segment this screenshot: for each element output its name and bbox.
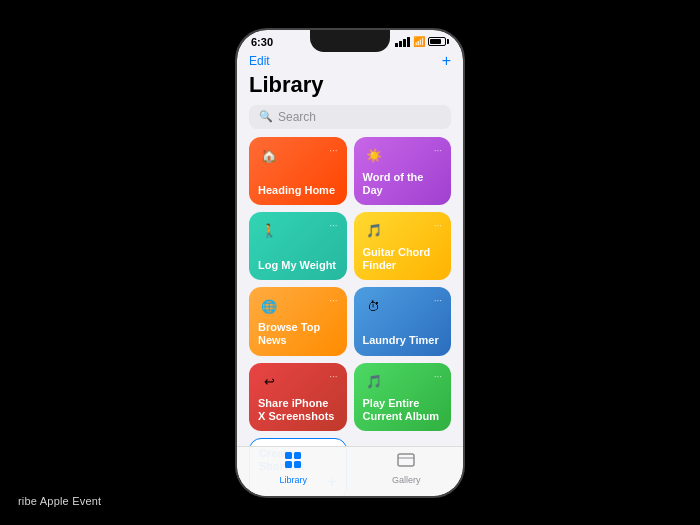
tab-bar: Library Gallery	[237, 446, 463, 496]
library-tab-label: Library	[279, 475, 307, 485]
search-placeholder: Search	[278, 110, 316, 124]
tile-label-share-screenshots: Share iPhone X Screenshots	[258, 397, 338, 423]
tile-icon-play-album: 🎵	[363, 371, 385, 393]
search-bar[interactable]: 🔍 Search	[249, 105, 451, 129]
watermark: ribe Apple Event	[18, 495, 101, 507]
tile-guitar-chord[interactable]: 🎵 ··· Guitar Chord Finder	[354, 212, 452, 280]
tile-label-laundry-timer: Laundry Timer	[363, 334, 443, 347]
svg-rect-0	[285, 452, 292, 459]
status-time: 6:30	[251, 36, 273, 48]
wifi-icon: 📶	[413, 36, 425, 47]
tile-word-of-day[interactable]: ☀️ ··· Word of the Day	[354, 137, 452, 205]
tab-library[interactable]: Library	[279, 451, 307, 485]
gallery-tab-icon	[397, 451, 415, 473]
tile-more-browse-news[interactable]: ···	[329, 295, 337, 306]
tile-label-play-album: Play Entire Current Album	[363, 397, 443, 423]
tile-label-word-of-day: Word of the Day	[363, 171, 443, 197]
tile-icon-word-of-day: ☀️	[363, 145, 385, 167]
tile-heading-home[interactable]: 🏠 ··· Heading Home	[249, 137, 347, 205]
tile-more-laundry-timer[interactable]: ···	[434, 295, 442, 306]
content-area: Edit + Library 🔍 Search 🏠 ···	[237, 50, 463, 496]
edit-button[interactable]: Edit	[249, 54, 270, 68]
tile-icon-guitar-chord: 🎵	[363, 220, 385, 242]
tile-label-heading-home: Heading Home	[258, 184, 338, 197]
tile-label-log-weight: Log My Weight	[258, 259, 338, 272]
tile-icon-laundry-timer: ⏱	[363, 295, 385, 317]
svg-rect-3	[294, 461, 301, 468]
signal-icon	[395, 37, 410, 47]
tile-more-heading-home[interactable]: ···	[329, 145, 337, 156]
tile-more-log-weight[interactable]: ···	[329, 220, 337, 231]
search-icon: 🔍	[259, 110, 273, 123]
tile-more-play-album[interactable]: ···	[434, 371, 442, 382]
tile-label-browse-news: Browse Top News	[258, 321, 338, 347]
tile-more-guitar-chord[interactable]: ···	[434, 220, 442, 231]
status-icons: 📶	[395, 36, 449, 47]
tile-icon-browse-news: 🌐	[258, 295, 280, 317]
tile-icon-log-weight: 🚶	[258, 220, 280, 242]
tile-more-share-screenshots[interactable]: ···	[329, 371, 337, 382]
tab-gallery[interactable]: Gallery	[392, 451, 421, 485]
shortcut-grid: 🏠 ··· Heading Home ☀️ ··· Word of the Da…	[249, 137, 451, 496]
tile-log-weight[interactable]: 🚶 ··· Log My Weight	[249, 212, 347, 280]
svg-rect-2	[285, 461, 292, 468]
scene: ribe Apple Event 6:30 📶	[0, 0, 700, 525]
tile-icon-share-screenshots: ↩	[258, 371, 280, 393]
edit-row: Edit +	[249, 50, 451, 72]
page-title: Library	[249, 72, 451, 98]
battery-icon	[428, 37, 449, 46]
svg-rect-1	[294, 452, 301, 459]
library-tab-icon	[284, 451, 302, 473]
phone-shell: 6:30 📶	[235, 28, 465, 498]
tile-browse-news[interactable]: 🌐 ··· Browse Top News	[249, 287, 347, 355]
add-button[interactable]: +	[442, 52, 451, 70]
tile-more-word-of-day[interactable]: ···	[434, 145, 442, 156]
tile-laundry-timer[interactable]: ⏱ ··· Laundry Timer	[354, 287, 452, 355]
tile-icon-heading-home: 🏠	[258, 145, 280, 167]
svg-rect-4	[398, 454, 414, 466]
tile-share-screenshots[interactable]: ↩ ··· Share iPhone X Screenshots	[249, 363, 347, 431]
notch	[310, 30, 390, 52]
tile-play-album[interactable]: 🎵 ··· Play Entire Current Album	[354, 363, 452, 431]
tile-label-guitar-chord: Guitar Chord Finder	[363, 246, 443, 272]
gallery-tab-label: Gallery	[392, 475, 421, 485]
screen: 6:30 📶	[237, 30, 463, 496]
